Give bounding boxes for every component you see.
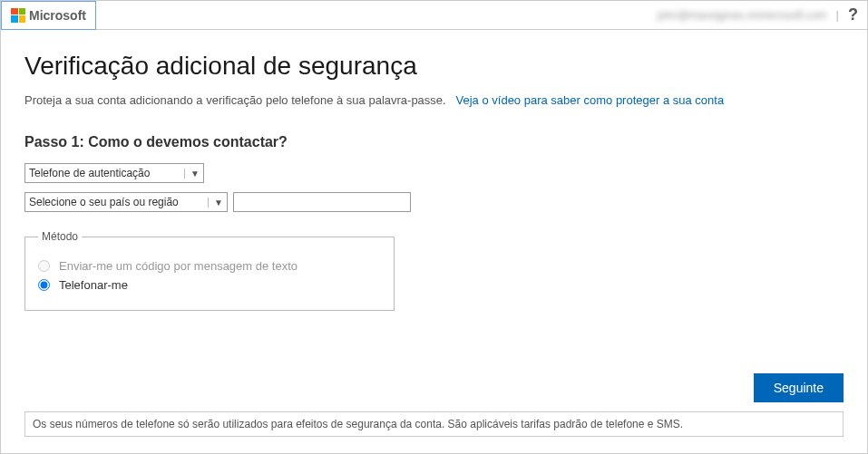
- method-fieldset: Método Enviar-me um código por mensagem …: [24, 230, 395, 311]
- divider: |: [836, 8, 839, 22]
- top-bar-right: john@maxsigmas.onmicrosoft.com | ?: [658, 5, 858, 24]
- chevron-down-icon: ▼: [184, 169, 200, 179]
- method-option-call[interactable]: Telefonar-me: [38, 278, 381, 292]
- subtitle-text: Proteja a sua conta adicionando a verifi…: [24, 93, 446, 107]
- country-region-value: Selecione o seu país ou região: [29, 196, 179, 208]
- method-label-sms: Enviar-me um código por mensagem de text…: [59, 259, 297, 273]
- step-heading: Passo 1: Como o devemos contactar?: [24, 134, 844, 150]
- brand-logo-wrap[interactable]: Microsoft: [1, 1, 96, 30]
- footer-note: Os seus números de telefone só serão uti…: [24, 411, 844, 437]
- country-region-select[interactable]: Selecione o seu país ou região ▼: [24, 192, 228, 212]
- brand-name: Microsoft: [29, 8, 86, 23]
- method-radio-call[interactable]: [38, 279, 50, 291]
- contact-method-select[interactable]: Telefone de autenticação ▼: [24, 163, 204, 183]
- method-legend: Método: [38, 230, 82, 243]
- subtitle-video-link[interactable]: Veja o vídeo para saber como proteger a …: [456, 93, 725, 107]
- method-option-sms[interactable]: Enviar-me um código por mensagem de text…: [38, 259, 381, 273]
- next-button[interactable]: Seguinte: [754, 373, 844, 402]
- method-radio-sms[interactable]: [38, 260, 50, 272]
- top-bar: Microsoft john@maxsigmas.onmicrosoft.com…: [1, 1, 867, 30]
- contact-method-value: Telefone de autenticação: [29, 167, 150, 179]
- help-icon[interactable]: ?: [848, 5, 858, 24]
- microsoft-logo-icon: [11, 8, 25, 23]
- method-label-call: Telefonar-me: [59, 278, 128, 292]
- user-email: john@maxsigmas.onmicrosoft.com: [658, 9, 827, 22]
- phone-number-input[interactable]: [233, 192, 411, 212]
- page-subtitle: Proteja a sua conta adicionando a verifi…: [24, 93, 844, 107]
- chevron-down-icon: ▼: [208, 198, 223, 208]
- main-content: Verificação adicional de segurança Prote…: [1, 30, 867, 311]
- page-title: Verificação adicional de segurança: [24, 52, 844, 81]
